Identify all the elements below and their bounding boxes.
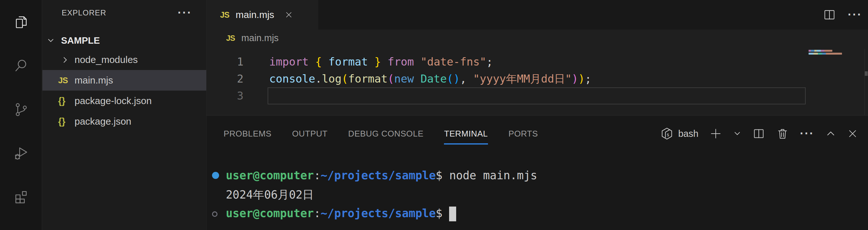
tree-item-icon bbox=[58, 56, 74, 64]
json-file-icon: {} bbox=[58, 96, 65, 106]
close-icon bbox=[285, 10, 293, 19]
terminal-text: 2024年06月02日 bbox=[226, 187, 314, 202]
breadcrumb[interactable]: JS main.mjs bbox=[207, 30, 868, 46]
js-file-icon: JS bbox=[226, 34, 235, 43]
activity-bar bbox=[0, 0, 42, 230]
explorer-tree-items: node_modulesJSmain.mjs{}package-lock.jso… bbox=[42, 50, 206, 132]
line-number: 2 bbox=[207, 70, 244, 87]
terminal-gutter bbox=[207, 172, 226, 179]
panel-tab-output[interactable]: OUTPUT bbox=[292, 116, 327, 152]
minimap[interactable] bbox=[809, 50, 843, 69]
panel-tab-terminal[interactable]: TERMINAL bbox=[444, 116, 488, 152]
js-file-icon: JS bbox=[58, 75, 68, 86]
command-success-dot-icon bbox=[212, 172, 219, 179]
json-file-icon: {} bbox=[58, 116, 65, 127]
minimap-line bbox=[809, 53, 842, 55]
sidebar-explorer: EXPLORER ··· SAMPLE node_modulesJSmain.m… bbox=[42, 0, 206, 230]
maximize-panel-chevron-up-icon[interactable] bbox=[825, 128, 836, 139]
tree-item-icon: {} bbox=[58, 116, 74, 127]
activity-item-source-control[interactable] bbox=[0, 87, 42, 131]
tree-item-icon: {} bbox=[58, 96, 74, 106]
code-line-3[interactable]: 3 bbox=[207, 87, 868, 104]
editor-group: JS main.mjs ··· JS main.mjs 1import { fo… bbox=[206, 0, 868, 230]
close-panel-icon[interactable] bbox=[847, 128, 858, 139]
terminal-output[interactable]: user@computer:~/projects/sample$ node ma… bbox=[207, 166, 868, 224]
chevron-down-icon bbox=[46, 36, 55, 45]
terminal-row: user@computer:~/projects/sample$ node ma… bbox=[207, 166, 868, 185]
bash-terminal-icon: $ bbox=[660, 127, 674, 140]
tree-item-label: main.mjs bbox=[74, 75, 113, 86]
explorer-more-icon[interactable]: ··· bbox=[178, 10, 192, 16]
code-text: console.log(format(new Date(), "yyyy年MM月… bbox=[269, 70, 591, 87]
panel-tab-problems[interactable]: PROBLEMS bbox=[224, 116, 272, 152]
shell-name-label: bash bbox=[678, 129, 699, 139]
tree-item-label: node_modules bbox=[74, 54, 138, 65]
line-number: 3 bbox=[207, 87, 244, 104]
code-line-1[interactable]: 1import { format } from "date-fns"; bbox=[207, 53, 868, 70]
launch-profile-chevron-icon[interactable] bbox=[733, 129, 741, 138]
js-file-icon: JS bbox=[220, 10, 229, 20]
activity-item-explorer[interactable] bbox=[0, 0, 42, 44]
explorer-item-package-lock.json[interactable]: {}package-lock.json bbox=[42, 91, 206, 111]
code-lines: 1import { format } from "date-fns";2cons… bbox=[207, 53, 868, 104]
bottom-panel: PROBLEMSOUTPUTDEBUG CONSOLETERMINALPORTS… bbox=[207, 115, 868, 230]
panel-more-icon[interactable]: ··· bbox=[800, 130, 814, 137]
activity-item-extensions[interactable] bbox=[0, 175, 42, 219]
explorer-item-node_modules[interactable]: node_modules bbox=[42, 50, 206, 70]
terminal-text: user@computer:~/projects/sample$ node ma… bbox=[226, 169, 537, 182]
search-icon bbox=[13, 58, 29, 73]
editor-actions: ··· bbox=[823, 0, 862, 30]
tree-item-icon: JS bbox=[58, 75, 74, 86]
new-terminal-icon[interactable] bbox=[709, 127, 722, 140]
activity-item-search[interactable] bbox=[0, 44, 42, 87]
tree-item-label: package-lock.json bbox=[74, 95, 152, 106]
explorer-root-label: SAMPLE bbox=[61, 35, 100, 46]
terminal-text: user@computer:~/projects/sample$ bbox=[226, 206, 456, 221]
panel-actions: $ bash ··· bbox=[660, 116, 858, 152]
chevron-right-icon bbox=[61, 56, 69, 64]
editor-scrollbar-thumb[interactable] bbox=[865, 71, 868, 76]
tab-close-button[interactable] bbox=[285, 10, 293, 19]
terminal-row: user@computer:~/projects/sample$ bbox=[207, 204, 868, 224]
explorer-header: EXPLORER ··· bbox=[42, 0, 206, 26]
kill-terminal-trash-icon[interactable] bbox=[776, 127, 789, 140]
code-editor[interactable]: 1import { format } from "date-fns";2cons… bbox=[207, 46, 868, 115]
terminal-gutter bbox=[207, 211, 226, 217]
terminal-cursor bbox=[449, 206, 456, 221]
line-number: 1 bbox=[207, 53, 244, 70]
command-pending-circle-icon bbox=[212, 211, 217, 217]
tab-label: main.mjs bbox=[236, 9, 274, 20]
files-icon bbox=[13, 14, 29, 30]
breadcrumb-file-label: main.mjs bbox=[241, 33, 279, 43]
explorer-root-folder[interactable]: SAMPLE bbox=[42, 31, 206, 50]
split-terminal-icon[interactable] bbox=[752, 127, 765, 140]
panel-header: PROBLEMSOUTPUTDEBUG CONSOLETERMINALPORTS… bbox=[207, 116, 868, 152]
minimap-line bbox=[809, 50, 832, 52]
code-text: import { format } from "date-fns"; bbox=[269, 53, 493, 70]
svg-text:$: $ bbox=[666, 132, 669, 137]
editor-scrollbar[interactable] bbox=[865, 49, 868, 115]
panel-tab-ports[interactable]: PORTS bbox=[508, 116, 538, 152]
tree-item-label: package.json bbox=[74, 116, 131, 127]
explorer-item-main.mjs[interactable]: JSmain.mjs bbox=[42, 70, 206, 91]
explorer-item-package.json[interactable]: {}package.json bbox=[42, 111, 206, 132]
extensions-icon bbox=[13, 189, 29, 204]
editor-tab-bar: JS main.mjs ··· bbox=[207, 0, 868, 30]
explorer-title: EXPLORER bbox=[62, 8, 106, 18]
tab-main-mjs[interactable]: JS main.mjs bbox=[207, 0, 318, 30]
code-line-2[interactable]: 2console.log(format(new Date(), "yyyy年MM… bbox=[207, 70, 868, 87]
activity-item-run-debug[interactable] bbox=[0, 131, 42, 175]
split-editor-icon[interactable] bbox=[823, 8, 836, 22]
editor-more-icon[interactable]: ··· bbox=[848, 11, 862, 18]
terminal-shell-badge[interactable]: $ bash bbox=[660, 127, 699, 140]
panel-tabs: PROBLEMSOUTPUTDEBUG CONSOLETERMINALPORTS bbox=[224, 116, 559, 152]
panel-tab-debug-console[interactable]: DEBUG CONSOLE bbox=[348, 116, 424, 152]
run-and-debug-icon bbox=[13, 145, 29, 161]
terminal-row: 2024年06月02日 bbox=[207, 185, 868, 204]
source-control-icon bbox=[13, 102, 29, 117]
